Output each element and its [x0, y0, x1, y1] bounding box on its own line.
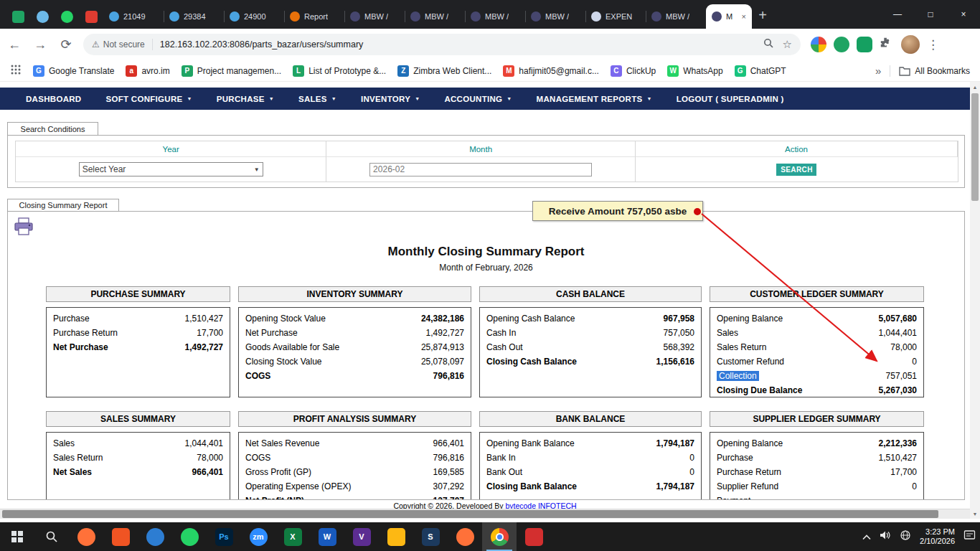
back-icon[interactable]: ← — [3, 33, 26, 56]
browser-tab[interactable]: EXPEN — [585, 4, 646, 29]
table-row: Sales Return78,000 — [717, 340, 917, 354]
vertical-scrollbar[interactable]: ▲ ▼ — [970, 82, 980, 519]
taskbar-firefox[interactable] — [69, 522, 103, 551]
printer-icon[interactable] — [14, 217, 34, 239]
bookmark-item[interactable]: PProject managemen... — [182, 65, 281, 77]
bookmark-favicon: G — [735, 65, 746, 77]
volume-icon[interactable] — [880, 530, 891, 543]
url-text[interactable]: 182.163.102.203:8086/parts_bazar/users/s… — [160, 39, 755, 50]
pinned-tab-drop-app[interactable] — [30, 4, 55, 29]
taskbar-sublime[interactable]: S — [413, 522, 448, 551]
nav-item-logout-superadmin[interactable]: LOGOUT ( SUPERADMIN ) — [677, 95, 784, 103]
tray-chevron-icon[interactable] — [862, 530, 871, 543]
windows-logo-icon — [11, 531, 23, 542]
nav-item-inventory[interactable]: INVENTORY▼ — [361, 95, 420, 103]
pinned-tab-green-app[interactable] — [6, 4, 30, 29]
horizontal-scrollbar-thumb[interactable] — [2, 510, 938, 518]
taskbar-word[interactable]: W — [310, 522, 344, 551]
security-chip[interactable]: ⚠ Not secure — [92, 39, 145, 50]
browser-tab[interactable]: 21049 — [103, 4, 164, 29]
new-tab-button[interactable]: + — [752, 4, 773, 26]
browser-tab[interactable]: MBW / — [344, 4, 405, 29]
extension-leaf-icon[interactable] — [857, 37, 872, 52]
word-icon: W — [319, 528, 336, 546]
year-select[interactable]: Select Year ▼ — [79, 162, 263, 176]
bookmark-item[interactable]: ZZimbra Web Client... — [397, 65, 491, 77]
browser-tab[interactable]: 29384 — [164, 4, 224, 29]
taskbar-excel[interactable]: X — [275, 522, 310, 551]
network-icon[interactable] — [900, 529, 911, 544]
browser-tab[interactable]: Report — [284, 4, 344, 29]
horizontal-scrollbar[interactable] — [0, 509, 970, 519]
bookmark-item[interactable]: WWhatsApp — [667, 65, 722, 77]
profile-avatar[interactable] — [901, 35, 920, 54]
taskbar-chrome[interactable] — [482, 522, 517, 551]
nav-item-accounting[interactable]: ACCOUNTING▼ — [444, 95, 512, 103]
summary-row-1: PURCHASE SUMMARYPurchase1,510,427Purchas… — [46, 286, 924, 397]
bookmark-item[interactable]: GChatGPT — [735, 65, 786, 77]
month-input[interactable] — [369, 163, 592, 176]
summary-table-header: PURCHASE SUMMARY — [46, 286, 230, 302]
minimize-button[interactable]: — — [881, 0, 914, 29]
taskbar-folder[interactable] — [379, 522, 413, 551]
apps-grid-icon[interactable] — [10, 64, 22, 78]
forward-icon[interactable]: → — [29, 33, 52, 56]
nav-item-management-reports[interactable]: MANAGEMENT REPORTS▼ — [537, 95, 652, 103]
taskbar-photoshop[interactable]: Ps — [207, 522, 241, 551]
taskbar-app-v[interactable]: V — [344, 522, 379, 551]
pinned-tab-red-app[interactable] — [79, 4, 103, 29]
browser-menu-icon[interactable]: ⋮ — [927, 37, 939, 52]
close-button[interactable]: × — [947, 0, 980, 29]
scroll-up-icon[interactable]: ▲ — [970, 82, 980, 92]
row-label: Sales — [717, 328, 738, 338]
nav-item-dashboard[interactable]: DASHBOARD — [26, 95, 81, 103]
nav-item-sales[interactable]: SALES▼ — [298, 95, 336, 103]
taskbar-zoom[interactable]: zm — [241, 522, 275, 551]
taskbar-search-icon[interactable] — [34, 522, 69, 551]
taskbar-clock[interactable]: 3:23 PM 2/10/2026 — [920, 527, 955, 546]
nav-item-soft-configure[interactable]: SOFT CONFIGURE▼ — [105, 95, 192, 103]
taskbar-app-orange[interactable] — [103, 522, 138, 551]
firefox-icon — [77, 528, 95, 546]
all-bookmarks-button[interactable]: All Bookmarks — [899, 66, 970, 76]
whatsapp-icon — [61, 11, 73, 23]
start-button[interactable] — [0, 522, 34, 551]
tab-close-icon[interactable]: × — [742, 12, 746, 21]
browser-tab[interactable]: M× — [706, 4, 752, 29]
browser-tab[interactable]: MBW / — [405, 4, 465, 29]
notification-center-icon[interactable] — [963, 529, 976, 544]
maximize-button[interactable]: □ — [914, 0, 947, 29]
browser-tab[interactable]: 24900 — [224, 4, 284, 29]
extensions-puzzle-icon[interactable] — [880, 37, 892, 52]
folder-icon — [387, 528, 405, 546]
reload-icon[interactable]: ⟳ — [55, 33, 77, 56]
taskbar-whatsapp[interactable] — [172, 522, 207, 551]
browser-tab[interactable]: MBW / — [525, 4, 585, 29]
taskbar-app-red[interactable] — [517, 522, 551, 551]
row-label: Closing Stock Value — [245, 357, 322, 367]
browser-tab[interactable]: MBW / — [465, 4, 525, 29]
extension-green-icon[interactable] — [834, 37, 849, 52]
annotation-text: Receive Amount 757,050 asbe — [549, 206, 687, 217]
bookmark-favicon: M — [503, 65, 514, 77]
bookmark-item[interactable]: Mhafijmit05@gmail.c... — [503, 65, 599, 77]
extension-colorful-icon[interactable] — [811, 37, 826, 52]
search-button[interactable]: SEARCH — [776, 164, 816, 176]
search-icon[interactable] — [763, 38, 774, 51]
browser-tab[interactable]: MBW / — [646, 4, 706, 29]
table-row: Opening Balance2,212,336 — [717, 436, 917, 451]
bookmarks-overflow-icon[interactable]: » — [875, 65, 881, 77]
taskbar-app-blue[interactable] — [138, 522, 172, 551]
bookmark-item[interactable]: CClickUp — [611, 65, 656, 77]
bookmark-item[interactable]: LList of Prototype &... — [293, 65, 386, 77]
bookmark-item[interactable]: GGoogle Translate — [33, 65, 114, 77]
nav-item-purchase[interactable]: PURCHASE▼ — [217, 95, 274, 103]
address-bar[interactable]: ⚠ Not secure 182.163.102.203:8086/parts_… — [83, 34, 801, 55]
bookmark-item[interactable]: aavro.im — [126, 65, 169, 77]
vertical-scrollbar-thumb[interactable] — [971, 93, 979, 201]
bookmark-star-icon[interactable]: ☆ — [783, 38, 792, 51]
taskbar-firefox-2[interactable] — [448, 522, 482, 551]
scroll-down-icon[interactable]: ▼ — [970, 509, 980, 519]
pinned-tab-whatsapp[interactable] — [55, 4, 79, 29]
row-value: 5,057,680 — [879, 314, 917, 324]
